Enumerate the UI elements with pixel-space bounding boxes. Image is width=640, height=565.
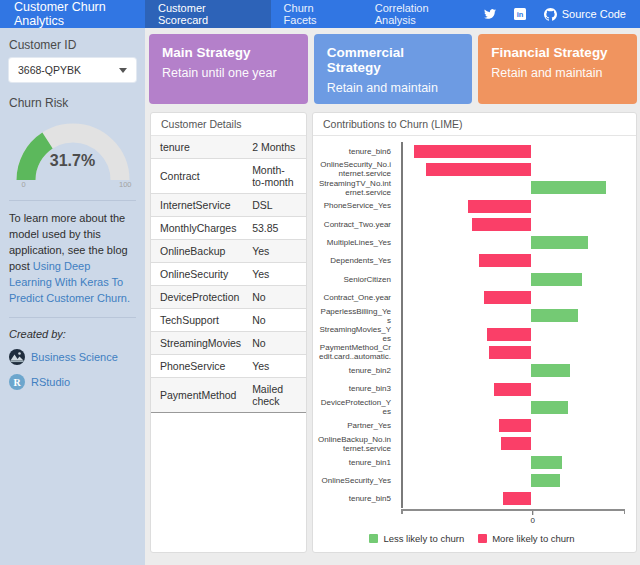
customer-details-panel: Customer Details tenure2 MonthsContractM… (150, 112, 307, 553)
feature-value-cell: DSL (250, 194, 306, 217)
twitter-icon[interactable] (484, 8, 496, 20)
lime-chart-title: Contributions to Churn (LIME) (313, 113, 636, 136)
legend-swatch (369, 534, 378, 543)
feature-name-cell: PhoneService (151, 355, 250, 378)
business-science-link[interactable]: Business Science (9, 349, 136, 365)
chart-bar-track (396, 383, 626, 396)
chart-bar-track (396, 474, 626, 487)
strategy-card-subtitle: Retain until one year (162, 66, 295, 80)
lime-chart: tenure_bin6OnlineSecurity_No.internet.se… (313, 136, 636, 544)
bar-less-likely (531, 273, 582, 286)
feature-name-cell: tenure (151, 136, 250, 159)
about-text: To learn more about the model used by th… (9, 211, 136, 307)
feature-value-cell: Yes (250, 263, 306, 286)
chart-bar-track (396, 401, 626, 414)
chart-row: DeviceProtection_Yes (318, 398, 626, 416)
bar-more-likely (484, 291, 532, 304)
feature-value-cell: Mailed check (250, 378, 306, 413)
chart-legend: Less likely to churnMore likely to churn (318, 533, 626, 544)
chart-category-label: Dependents_Yes (318, 256, 396, 265)
strategy-card-title: Commercial Strategy (327, 45, 460, 75)
chart-bar-track (396, 346, 626, 359)
bar-less-likely (531, 181, 606, 194)
chevron-down-icon (119, 68, 127, 73)
app-title: Customer Churn Analytics (0, 0, 145, 28)
nav-tab-customer-scorecard[interactable]: Customer Scorecard (145, 0, 271, 28)
strategy-card: Main StrategyRetain until one year (149, 34, 308, 104)
chart-row: tenure_bin2 (318, 362, 626, 380)
chart-bar-track (396, 364, 626, 377)
chart-rows: tenure_bin6OnlineSecurity_No.internet.se… (318, 142, 626, 508)
table-row: StreamingMoviesNo (151, 332, 306, 355)
feature-value-cell: Yes (250, 355, 306, 378)
churn-risk-value: 31.7% (12, 152, 134, 170)
chart-row: tenure_bin5 (318, 490, 626, 508)
bar-more-likely (489, 346, 531, 359)
feature-name-cell: InternetService (151, 194, 250, 217)
customer-id-label: Customer ID (9, 38, 136, 52)
chart-category-label: tenure_bin2 (318, 366, 396, 375)
customer-id-value: 3668-QPYBK (18, 64, 81, 76)
legend-item[interactable]: Less likely to churn (369, 533, 464, 544)
legend-label: More likely to churn (492, 533, 574, 544)
chart-row: Contract_Two.year (318, 215, 626, 233)
x-axis-zero-tick (532, 511, 534, 515)
source-code-label: Source Code (562, 8, 626, 20)
bar-more-likely (499, 419, 531, 432)
chart-row: Dependents_Yes (318, 252, 626, 270)
legend-label: Less likely to churn (383, 533, 464, 544)
bar-more-likely (479, 254, 531, 267)
chart-category-label: Contract_One.year (318, 293, 396, 302)
bar-less-likely (531, 364, 570, 377)
feature-value-cell: Yes (250, 240, 306, 263)
chart-row: OnlineSecurity_Yes (318, 471, 626, 489)
chart-row: OnlineBackup_No.internet.service (318, 435, 626, 453)
feature-name-cell: TechSupport (151, 309, 250, 332)
source-code-link[interactable]: Source Code (544, 8, 626, 21)
business-science-logo-icon (9, 349, 25, 365)
chart-category-label: PhoneService_Yes (318, 201, 396, 210)
chart-category-label: tenure_bin5 (318, 494, 396, 503)
chart-row: MultipleLines_Yes (318, 233, 626, 251)
strategy-card-title: Financial Strategy (491, 45, 624, 60)
chart-bar-track (396, 456, 626, 469)
customer-details-table: tenure2 MonthsContractMonth-to-monthInte… (151, 136, 306, 413)
chart-row: OnlineSecurity_No.internet.service (318, 160, 626, 178)
customer-id-select[interactable]: 3668-QPYBK (9, 58, 136, 82)
bar-more-likely (501, 437, 532, 450)
strategy-card: Commercial StrategyRetain and maintain (314, 34, 473, 104)
feature-value-cell: Month-to-month (250, 159, 306, 194)
chart-row: PaperlessBilling_Yes (318, 307, 626, 325)
chart-category-label: DeviceProtection_Yes (318, 398, 396, 416)
feature-name-cell: DeviceProtection (151, 286, 250, 309)
divider (9, 317, 136, 318)
chart-bar-track (396, 309, 626, 322)
feature-name-cell: MonthlyCharges (151, 217, 250, 240)
chart-bar-track (396, 145, 626, 158)
bar-more-likely (468, 200, 531, 213)
bar-more-likely (472, 218, 532, 231)
chart-bar-track (396, 181, 626, 194)
legend-item[interactable]: More likely to churn (478, 533, 574, 544)
linkedin-icon[interactable]: in (514, 8, 526, 20)
x-axis-line: 0 (401, 509, 625, 511)
nav-tab-churn-facets[interactable]: Churn Facets (271, 0, 362, 28)
feature-value-cell: 2 Months (250, 136, 306, 159)
rstudio-logo-icon: R (9, 374, 25, 390)
nav-tab-correlation-analysis[interactable]: Correlation Analysis (362, 0, 484, 28)
gauge-min-label: 0 (22, 180, 26, 189)
table-row: PhoneServiceYes (151, 355, 306, 378)
chart-category-label: Partner_Yes (318, 421, 396, 430)
chart-category-label: OnlineSecurity_No.internet.service (318, 160, 396, 178)
chart-category-label: PaymentMethod_Credit.card..automatic. (318, 343, 396, 361)
rstudio-link[interactable]: R RStudio (9, 374, 136, 390)
chart-category-label: MultipleLines_Yes (318, 238, 396, 247)
chart-bar-track (396, 419, 626, 432)
lime-chart-panel: Contributions to Churn (LIME) tenure_bin… (312, 112, 637, 553)
chart-bar-track (396, 200, 626, 213)
bar-more-likely (487, 328, 531, 341)
bar-less-likely (531, 309, 578, 322)
rstudio-label: RStudio (31, 376, 70, 388)
table-row: DeviceProtectionNo (151, 286, 306, 309)
table-row: OnlineSecurityYes (151, 263, 306, 286)
